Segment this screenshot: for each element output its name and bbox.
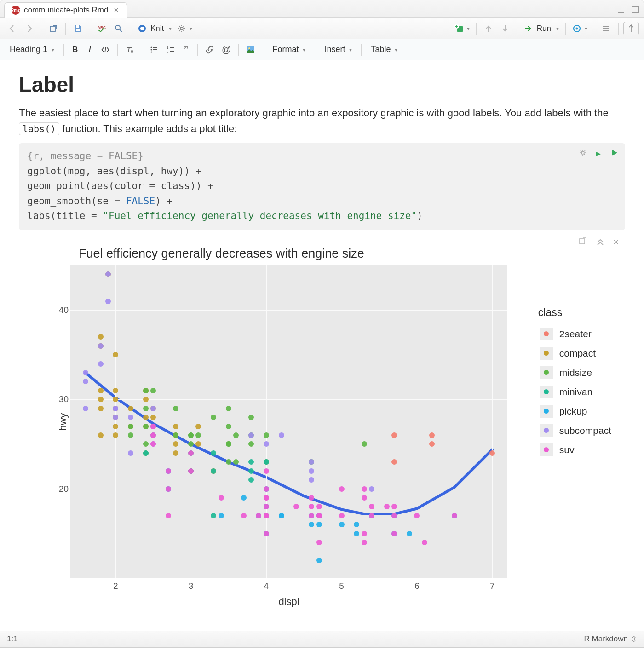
knit-button[interactable]: Knit ▾ [136,24,173,33]
editor-window: Rmd communicate-plots.Rmd × ABC Knit ▾ ▾ [0,0,644,648]
format-toolbar: Heading 1 ▾ B I 12 ❞ @ Format▾ Insert▾ T… [0,39,644,60]
editor-content[interactable]: Label The easiest place to start when tu… [0,60,644,631]
chevron-down-icon: ▾ [585,25,587,32]
nav-forward-icon[interactable] [22,22,36,35]
insert-chunk-button[interactable]: ▾ [453,24,472,33]
scatter-point [264,504,269,509]
insert-menu[interactable]: Insert▾ [320,43,356,56]
y-tick: 40 [52,305,69,315]
blockquote-button[interactable]: ❞ [180,43,193,57]
chunk-toolbar [578,147,619,162]
run-chunk-icon[interactable] [610,147,619,162]
bullet-list-button[interactable] [147,43,161,57]
format-menu[interactable]: Format▾ [268,43,310,56]
scatter-point [226,424,231,429]
scatter-point [422,540,427,545]
legend-label: pickup [559,406,587,417]
scatter-point [83,406,88,411]
run-prev-icon[interactable] [481,22,496,35]
scatter-point [391,459,397,465]
scatter-point [248,477,254,483]
settings-button[interactable]: ▾ [175,24,194,33]
window-controls [617,6,640,13]
scatter-point [128,450,133,456]
close-tab-icon[interactable]: × [112,6,121,15]
code-chunk[interactable]: {r, message = FALSE} ggplot(mpg, aes(dis… [19,143,625,230]
scatter-point [113,424,118,429]
scatter-point [173,432,178,438]
nav-back-icon[interactable] [5,22,20,35]
collapse-output-icon[interactable] [596,236,605,248]
save-icon[interactable] [70,22,85,35]
scatter-point [143,424,149,429]
legend-row: 2seater [538,324,613,344]
scatter-point [113,432,118,438]
scatter-point [150,388,156,393]
legend-row: subcompact [538,421,613,440]
popout-output-icon[interactable] [578,236,587,248]
scatter-point [211,415,216,420]
minimize-icon[interactable] [617,6,626,13]
run-above-icon[interactable] [594,147,603,162]
y-tick: 20 [52,484,69,494]
scatter-point [128,406,133,411]
scatter-point [429,441,435,447]
scatter-point [98,343,104,349]
visual-editor-toggle[interactable] [623,22,639,35]
table-menu[interactable]: Table▾ [366,43,402,56]
scatter-point [143,397,149,402]
scatter-point [188,441,194,447]
scatter-point [248,468,254,474]
run-button[interactable]: Run ▾ [522,24,561,33]
search-icon[interactable] [111,22,126,35]
scatter-point [362,495,367,501]
italic-button[interactable]: I [83,43,96,57]
scatter-point [279,432,284,438]
chunk-gear-icon[interactable] [578,147,587,162]
svg-rect-3 [76,25,79,28]
image-button[interactable] [243,43,258,57]
code-button[interactable] [98,43,113,57]
run-label: Run [535,24,553,33]
scatter-point [196,432,201,438]
link-button[interactable] [202,43,217,57]
bold-button[interactable]: B [69,43,81,57]
clear-format-button[interactable] [122,43,137,57]
scatter-point [264,432,269,438]
scatter-point [309,522,314,527]
svg-text:ABC: ABC [98,25,106,29]
publish-button[interactable]: ▾ [570,24,589,33]
scatter-point [98,432,104,438]
legend-row: minivan [538,382,613,402]
scatter-point [113,397,118,402]
chunk-line: ggplot(mpg, aes(displ, hwy)) + [27,164,617,179]
paragraph: The easiest place to start when turning … [19,105,625,137]
x-tick: 3 [189,581,194,591]
scatter-point [309,477,314,483]
document-mode[interactable]: R Markdown ⇳ [584,634,637,644]
svg-point-21 [581,151,584,154]
status-bar: 1:1 R Markdown ⇳ [0,631,644,647]
maximize-icon[interactable] [631,6,640,13]
scatter-point [362,486,367,492]
spellcheck-icon[interactable]: ABC [95,22,109,35]
scatter-point [316,513,322,518]
clear-output-icon[interactable]: × [613,237,619,248]
inline-code: labs() [19,122,59,135]
legend-swatch [540,424,553,437]
scatter-point [391,432,397,438]
legend-row: midsize [538,363,613,382]
run-next-icon[interactable] [498,22,512,35]
chunk-line: labs(title = "Fuel efficiency generally … [27,208,617,224]
numbered-list-button[interactable]: 12 [163,43,178,57]
output-toolbar: × [578,236,619,248]
popout-icon[interactable] [46,22,61,35]
chunk-line: geom_point(aes(color = class)) + [27,179,617,194]
scatter-point [316,522,322,527]
outline-icon[interactable] [599,22,614,35]
style-select[interactable]: Heading 1 ▾ [5,43,59,56]
citation-button[interactable]: @ [219,43,234,57]
file-tab[interactable]: Rmd communicate-plots.Rmd × [4,2,127,18]
chevron-down-icon: ▾ [395,46,397,53]
scatter-point [264,531,269,536]
